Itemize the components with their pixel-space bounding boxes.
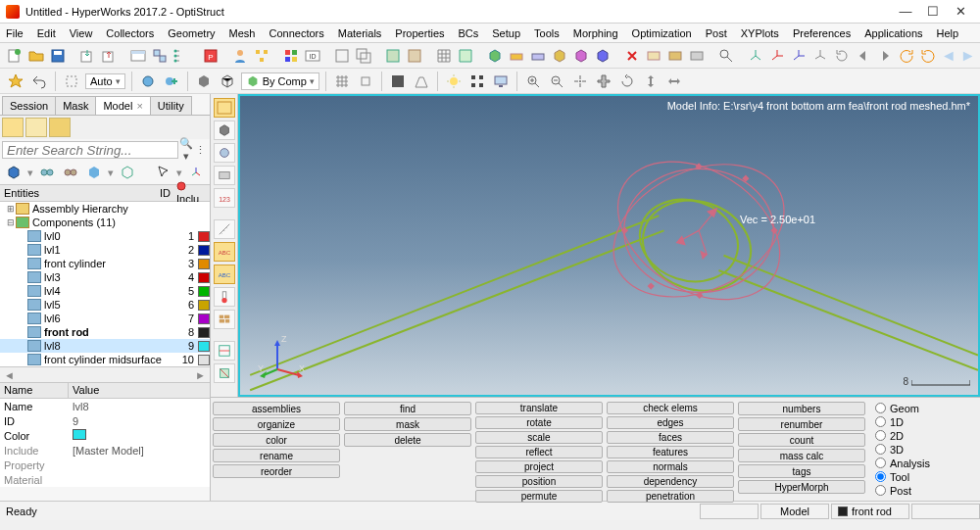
- tree-next-icon[interactable]: ►: [195, 369, 206, 381]
- sel-mode-dropdown[interactable]: Auto: [85, 73, 125, 89]
- comp5-icon[interactable]: [572, 46, 590, 66]
- new-icon[interactable]: [6, 46, 24, 66]
- vtool-wall-icon[interactable]: [214, 310, 235, 329]
- prop-icon[interactable]: [384, 46, 402, 66]
- pan-icon[interactable]: [594, 72, 613, 91]
- filter-hide-icon[interactable]: [61, 163, 80, 182]
- tab-session[interactable]: Session: [2, 96, 56, 115]
- tab-utility[interactable]: Utility: [150, 96, 192, 115]
- cmd-organize[interactable]: organize: [213, 417, 340, 431]
- card-icon[interactable]: [645, 46, 662, 66]
- cmd-features[interactable]: features: [607, 446, 734, 458]
- tree-row[interactable]: lvl12: [0, 243, 210, 257]
- axis-rev-icon[interactable]: [833, 46, 851, 66]
- layer2-icon[interactable]: [355, 46, 372, 66]
- cmd-color[interactable]: color: [213, 433, 340, 447]
- menu-post[interactable]: Post: [704, 26, 729, 40]
- prop-row[interactable]: Material: [0, 472, 210, 487]
- comp2-icon[interactable]: [508, 46, 525, 66]
- page-prev-icon[interactable]: ◄: [941, 47, 956, 65]
- undo-icon[interactable]: [29, 72, 49, 91]
- prop-row[interactable]: ID9: [0, 413, 210, 428]
- tab-model[interactable]: Model×: [95, 96, 150, 115]
- vtool-abc1-icon[interactable]: ABC: [214, 242, 235, 262]
- radio-3d[interactable]: 3D: [875, 443, 930, 456]
- vtool-slice-icon[interactable]: [214, 363, 235, 383]
- maximize-button[interactable]: ☐: [919, 3, 947, 21]
- cmd-translate[interactable]: translate: [475, 402, 603, 414]
- viewport[interactable]: Model Info: E:\rsr\y4 front bottom arm f…: [238, 94, 980, 397]
- status-model[interactable]: Model: [760, 504, 829, 519]
- cmd-find[interactable]: find: [344, 402, 471, 415]
- cmd-permute[interactable]: permute: [475, 490, 603, 503]
- comp3-icon[interactable]: [529, 46, 547, 66]
- tree-row[interactable]: front rod8: [0, 325, 210, 339]
- minimize-button[interactable]: —: [892, 3, 919, 21]
- prop-row[interactable]: Property: [0, 458, 210, 472]
- radio-post[interactable]: Post: [875, 484, 930, 497]
- radio-tool[interactable]: Tool: [875, 470, 930, 483]
- view-right-icon[interactable]: [876, 46, 894, 66]
- cmd-faces[interactable]: faces: [607, 431, 734, 444]
- cmd-project[interactable]: project: [475, 460, 603, 473]
- menu-collectors[interactable]: Collectors: [104, 26, 156, 40]
- menu-edit[interactable]: Edit: [35, 26, 58, 40]
- cmd-check-elems[interactable]: check elems: [607, 402, 734, 414]
- view-left-icon[interactable]: [855, 46, 872, 66]
- menu-setup[interactable]: Setup: [490, 26, 522, 40]
- search-opt-icon[interactable]: ⋮: [193, 144, 208, 157]
- tree-row[interactable]: lvl01: [0, 229, 210, 243]
- radio-geom[interactable]: Geom: [875, 402, 930, 414]
- menu-optimization[interactable]: Optimization: [630, 26, 694, 40]
- comp6-icon[interactable]: [594, 46, 612, 66]
- cmd-renumber[interactable]: renumber: [738, 417, 865, 431]
- zoomout-icon[interactable]: [547, 72, 566, 91]
- axis-yz-icon[interactable]: [768, 46, 786, 66]
- axis-xy-icon[interactable]: [747, 46, 764, 66]
- radio-2d[interactable]: 2D: [875, 429, 930, 442]
- mesh-icon[interactable]: [435, 46, 453, 66]
- filter-show-icon[interactable]: [37, 163, 57, 182]
- browser-tool-1[interactable]: [2, 118, 24, 137]
- layer1-icon[interactable]: [333, 46, 351, 66]
- browser-tool-3[interactable]: [49, 118, 71, 137]
- view-icon[interactable]: [151, 46, 169, 66]
- comp4-icon[interactable]: [551, 46, 568, 66]
- grid-icon[interactable]: [467, 72, 487, 91]
- tree-row[interactable]: lvl67: [0, 312, 210, 325]
- quality-icon[interactable]: [457, 46, 474, 66]
- cmd-delete[interactable]: delete: [344, 433, 471, 447]
- cmd-penetration[interactable]: penetration: [607, 490, 734, 503]
- fav-icon[interactable]: [6, 72, 25, 91]
- move-h-icon[interactable]: [664, 72, 684, 91]
- move-v-icon[interactable]: [641, 72, 661, 91]
- vtool-abc2-icon[interactable]: ABC: [214, 265, 235, 284]
- tree-prev-icon[interactable]: ◄: [4, 369, 15, 381]
- menu-preferences[interactable]: Preferences: [791, 26, 853, 40]
- tree-row[interactable]: lvl34: [0, 270, 210, 284]
- cmd-count[interactable]: count: [738, 433, 865, 447]
- cmd-normals[interactable]: normals: [607, 460, 734, 473]
- cmd-reorder[interactable]: reorder: [213, 464, 340, 478]
- tab-mask[interactable]: Mask: [55, 96, 96, 115]
- menu-morphing[interactable]: Morphing: [571, 26, 620, 40]
- org-icon[interactable]: [253, 46, 270, 66]
- vtool-clip-icon[interactable]: [214, 166, 235, 185]
- cmd-mask[interactable]: mask: [344, 417, 471, 431]
- vtool-cube-icon[interactable]: [214, 120, 235, 140]
- cmd-mass-calc[interactable]: mass calc: [738, 449, 865, 462]
- vtool-model-icon[interactable]: [214, 98, 235, 118]
- disp-shaded-icon[interactable]: [194, 72, 214, 91]
- trans-icon[interactable]: [388, 72, 408, 91]
- cmd-tags[interactable]: tags: [738, 464, 865, 478]
- shrink-icon[interactable]: [356, 72, 375, 91]
- search-icon[interactable]: 🔍▾: [178, 137, 193, 163]
- menu-xyplots[interactable]: XYPlots: [739, 26, 781, 40]
- menu-geometry[interactable]: Geometry: [166, 26, 217, 40]
- tree-row[interactable]: lvl89: [0, 339, 210, 353]
- filter-cube-icon[interactable]: [4, 163, 24, 182]
- card3-icon[interactable]: [688, 46, 706, 66]
- menu-materials[interactable]: Materials: [336, 26, 384, 40]
- cmd-assemblies[interactable]: assemblies: [213, 402, 340, 415]
- ppt-icon[interactable]: P: [202, 46, 220, 66]
